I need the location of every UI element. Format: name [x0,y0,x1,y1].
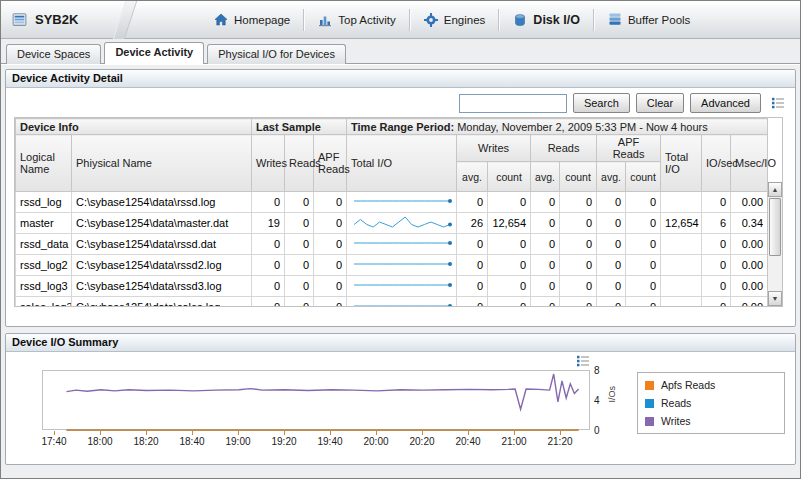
col-physical-name[interactable]: Phiysical Name [72,135,252,192]
y-tick-label: 4 [594,395,600,406]
cell-physical-name: C:\sybase1254\data\sales.log [72,297,252,308]
nav-separator [593,9,594,31]
tab-device-activity[interactable]: Device Activity [104,42,204,64]
cell-apf-avg: 0 [597,213,626,234]
cell-physical-name: C:\sybase1254\data\rssd.log [72,192,252,213]
total-io-sparkline [351,298,453,307]
nav-buffer-pools[interactable]: Buffer Pools [597,8,700,32]
cell-physical-name: C:\sybase1254\data\rssd.dat [72,234,252,255]
chart-canvas [43,371,591,431]
cell-total-io-sparkline [347,192,457,213]
cell-reads-count: 0 [560,297,597,308]
x-tick-mark [330,431,331,435]
cell-writes-avg: 0 [457,234,488,255]
nav-disk-io[interactable]: Disk I/O [502,8,590,32]
nav-separator [498,9,499,31]
cell-reads-count: 0 [560,234,597,255]
col-writes-count[interactable]: count [488,162,531,192]
clear-button[interactable]: Clear [636,93,684,113]
col-apf-reads[interactable]: APF Reads [314,135,347,192]
cell-total-io [661,255,702,276]
col-writes[interactable]: Writes [252,135,285,192]
total-io-sparkline [351,235,453,251]
cell-msec-io: 0.00 [731,276,768,297]
nav-buffer-pools-label: Buffer Pools [628,14,690,26]
cell-total-io [661,297,702,308]
y-tick-label: 0 [594,425,600,436]
cell-reads-avg: 0 [531,213,560,234]
scroll-up-arrow[interactable]: ▲ [768,182,782,197]
col-writes-avg[interactable]: avg. [457,162,488,192]
search-button[interactable]: Search [573,93,630,113]
nav-engines-label: Engines [444,14,486,26]
cell-reads-avg: 0 [531,234,560,255]
cell-io-sec: 0 [702,192,731,213]
cell-reads-avg: 0 [531,192,560,213]
group-apf-reads: APF Reads [597,135,661,162]
tab-bar: Device Spaces Device Activity Physical I… [1,39,800,64]
col-reads[interactable]: Reads [285,135,314,192]
scrollbar-thumb[interactable] [769,198,781,256]
nav-homepage[interactable]: Homepage [203,8,300,32]
time-range-label: Time Range Period: [351,121,454,133]
cell-msec-io: 0.00 [731,234,768,255]
cell-physical-name: C:\sybase1254\data\rssd2.log [72,255,252,276]
x-tick-label: 21:00 [497,436,531,447]
app-header: SYB2K Homepage Top Activity Engines Disk… [1,1,800,39]
table-row[interactable]: sales_log3C:\sybase1254\data\sales.log00… [16,297,768,308]
device-io-summary-panel: Device I/O Summary I/Os Apfs ReadsReadsW… [5,333,796,465]
cell-reads: 0 [285,213,314,234]
nav-engines[interactable]: Engines [413,8,496,32]
cell-apf-avg: 0 [597,192,626,213]
cell-reads: 0 [285,276,314,297]
search-input[interactable] [459,94,567,113]
scroll-down-arrow[interactable]: ▼ [768,291,782,306]
disk-icon [512,12,528,28]
nav-top-activity-label: Top Activity [338,14,396,26]
legend-swatch [645,381,654,390]
cell-apf-avg: 0 [597,297,626,308]
nav-top-activity[interactable]: Top Activity [307,8,406,32]
total-io-sparkline [351,214,453,230]
x-tick-label: 20:40 [451,436,485,447]
advanced-button[interactable]: Advanced [690,93,761,113]
cell-reads-count: 0 [560,255,597,276]
chart-options-icon[interactable] [576,355,590,369]
time-range-band: Time Range Period: Monday, November 2, 2… [347,119,768,135]
col-apf-avg[interactable]: avg. [597,162,626,192]
table-row[interactable]: rssd_log2C:\sybase1254\data\rssd2.log000… [16,255,768,276]
col-reads-count[interactable]: count [560,162,597,192]
x-tick-label: 18:00 [83,436,117,447]
legend-item: Writes [645,415,777,427]
x-tick-label: 19:20 [267,436,301,447]
table-row[interactable]: rssd_logC:\sybase1254\data\rssd.log00000… [16,192,768,213]
cell-apf-avg: 0 [597,255,626,276]
x-tick-label: 18:40 [175,436,209,447]
x-tick-mark [54,431,55,435]
col-total-io[interactable]: Total I/O [661,135,702,192]
cell-total-io [661,276,702,297]
table-options-icon[interactable] [771,97,785,109]
legend-item: Apfs Reads [645,379,777,391]
tab-device-spaces[interactable]: Device Spaces [6,44,101,64]
device-activity-detail-panel: Device Activity Detail Search Clear Adva… [5,69,796,327]
col-logical-name[interactable]: Logical Name [16,135,72,192]
col-msec-io[interactable]: Msec/IO [731,135,768,192]
table-row[interactable]: rssd_dataC:\sybase1254\data\rssd.dat0000… [16,234,768,255]
col-io-sec[interactable]: IO/sec [702,135,731,192]
cell-writes: 0 [252,192,285,213]
cell-reads-count: 0 [560,276,597,297]
table-row[interactable]: masterC:\sybase1254\data\master.dat19002… [16,213,768,234]
col-apf-count[interactable]: count [626,162,661,192]
nav-separator [409,9,410,31]
cell-apf-count: 0 [626,276,661,297]
gear-icon [423,12,439,28]
col-reads-avg[interactable]: avg. [531,162,560,192]
table-row[interactable]: rssd_log3C:\sybase1254\data\rssd3.log000… [16,276,768,297]
col-total-io-spark[interactable]: Total I/O [347,135,457,192]
cell-apf-count: 0 [626,297,661,308]
tab-physical-io[interactable]: Physical I/O for Devices [207,44,346,64]
vertical-scrollbar[interactable]: ▲ ▼ [767,182,782,306]
legend-swatch [645,399,654,408]
cell-reads-avg: 0 [531,255,560,276]
